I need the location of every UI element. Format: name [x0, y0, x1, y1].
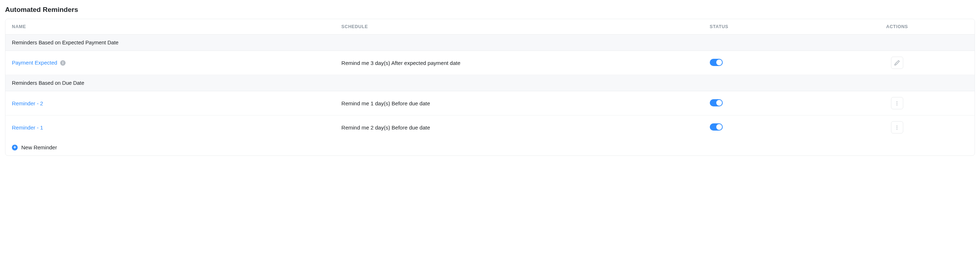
- more-vertical-icon: [894, 125, 900, 130]
- reminder-link-payment-expected[interactable]: Payment Expected: [12, 59, 57, 66]
- status-toggle[interactable]: [710, 123, 723, 131]
- group-header: Reminders Based on Due Date: [5, 75, 975, 91]
- group-label: Reminders Based on Due Date: [5, 75, 975, 91]
- schedule-text: Remind me 1 day(s) Before due date: [335, 91, 703, 115]
- table-row: Payment Expected i Remind me 3 day(s) Af…: [5, 51, 975, 75]
- new-reminder-label: New Reminder: [21, 144, 57, 150]
- svg-point-3: [897, 126, 897, 126]
- schedule-text: Remind me 3 day(s) After expected paymen…: [335, 51, 703, 75]
- table-row: Reminder - 2 Remind me 1 day(s) Before d…: [5, 91, 975, 115]
- header-actions: ACTIONS: [820, 19, 975, 35]
- new-reminder-button[interactable]: New Reminder: [5, 139, 975, 155]
- schedule-text: Remind me 2 day(s) Before due date: [335, 115, 703, 139]
- more-actions-button[interactable]: [891, 97, 903, 109]
- header-status: STATUS: [703, 19, 820, 35]
- svg-point-5: [897, 128, 897, 129]
- status-toggle[interactable]: [710, 99, 723, 106]
- plus-circle-icon: [12, 145, 18, 150]
- more-actions-button[interactable]: [891, 121, 903, 133]
- svg-point-4: [897, 127, 897, 128]
- svg-point-2: [897, 104, 897, 105]
- svg-point-1: [897, 103, 897, 104]
- table-row: Reminder - 1 Remind me 2 day(s) Before d…: [5, 115, 975, 139]
- pencil-icon: [894, 60, 900, 66]
- group-label: Reminders Based on Expected Payment Date: [5, 35, 975, 51]
- edit-button[interactable]: [891, 57, 903, 69]
- reminders-panel: NAME SCHEDULE STATUS ACTIONS Reminders B…: [5, 19, 975, 156]
- info-icon[interactable]: i: [60, 60, 65, 66]
- group-header: Reminders Based on Expected Payment Date: [5, 35, 975, 51]
- svg-point-0: [897, 101, 897, 102]
- reminder-link-reminder-1[interactable]: Reminder - 1: [12, 125, 43, 131]
- more-vertical-icon: [894, 101, 900, 106]
- page-title: Automated Reminders: [5, 6, 975, 14]
- header-schedule: SCHEDULE: [335, 19, 703, 35]
- reminders-table: NAME SCHEDULE STATUS ACTIONS Reminders B…: [5, 19, 975, 139]
- status-toggle[interactable]: [710, 59, 723, 66]
- header-name: NAME: [5, 19, 335, 35]
- reminder-link-reminder-2[interactable]: Reminder - 2: [12, 100, 43, 106]
